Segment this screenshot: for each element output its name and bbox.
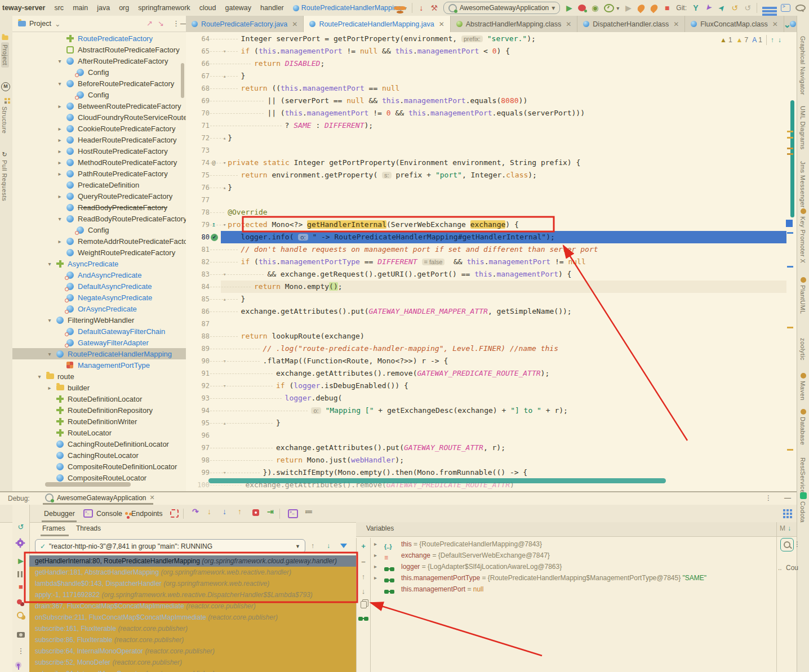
stop-button[interactable]: ■: [663, 4, 671, 12]
stripe-label-plantuml[interactable]: PlantUML: [799, 285, 806, 314]
tree-item-gatewayfilteradapter[interactable]: GatewayFilterAdapter: [12, 337, 186, 348]
show-execution-point-icon[interactable]: [170, 509, 179, 518]
debug-layout-settings-icon[interactable]: ≔: [305, 507, 313, 516]
stripe-label-uml-diagrams[interactable]: UML Diagrams: [799, 106, 806, 150]
line-number[interactable]: 67: [188, 70, 210, 82]
tree-item-managementporttype[interactable]: ManagementPortType: [12, 359, 186, 371]
tree-item-routepredicatefactory[interactable]: RoutePredicateFactory: [12, 33, 186, 44]
stack-frame-row[interactable]: drain:367, FluxConcatMap$ConcatMapImmedi…: [29, 600, 356, 612]
tree-item-readbodypredicatefactory[interactable]: ReadBodyPredicateFactory: [12, 202, 186, 213]
run-to-cursor-icon[interactable]: ⇥: [267, 507, 274, 516]
code-line-91[interactable]: 91exchange.getAttributes().remove(GATEWA…: [186, 367, 797, 380]
breadcrumb-item[interactable]: gateway: [225, 4, 252, 12]
line-number[interactable]: 92: [188, 380, 210, 392]
expand-arrow-icon[interactable]: ▸: [374, 561, 377, 572]
tab-threads[interactable]: Threads: [76, 524, 101, 532]
code-line-90[interactable]: 90▾.flatMap((Function<Route, Mono<?>>) r…: [186, 355, 797, 367]
editor-tab[interactable]: DispatcherHandler.class✕: [577, 16, 685, 32]
stripe-label-jms-messenger[interactable]: Jms Messenger: [799, 161, 806, 208]
stripe-label-codota[interactable]: Codota: [799, 501, 806, 523]
breadcrumb-item[interactable]: cloud: [199, 4, 216, 12]
tree-item-pathroutepredicatefactory[interactable]: ▸PathRoutePredicateFactory: [12, 168, 186, 179]
sidebar-stripe-m-badge[interactable]: M: [1, 82, 10, 91]
stack-frame-row[interactable]: lambda$handle$0:143, DispatcherHandler (…: [29, 578, 356, 589]
code-line-98[interactable]: 98return Mono.just(webHandler);: [186, 454, 797, 466]
hotswap-run-icon[interactable]: [636, 3, 646, 13]
breadcrumb-item[interactable]: RoutePredicateHandlerMapping: [293, 4, 402, 12]
code-line-76[interactable]: 76▴}: [186, 181, 797, 194]
run-button[interactable]: ▶: [565, 4, 573, 12]
variable-row[interactable]: ▸≡exchange = {DefaultServerWebExchange@7…: [370, 550, 764, 561]
code-line-70[interactable]: 70|| (this.managementPort != 0 && this.m…: [186, 107, 797, 119]
line-number[interactable]: 93: [188, 392, 210, 404]
git-push-icon[interactable]: ➤: [716, 2, 727, 14]
code-line-96[interactable]: 96: [186, 429, 797, 442]
editor-tab[interactable]: AbstractHandlerMapping.class✕: [451, 16, 578, 32]
line-number[interactable]: 80: [188, 231, 210, 243]
stack-frame-row[interactable]: subscribe:64, InternalMonoOperator (reac…: [29, 668, 356, 672]
code-line-80[interactable]: 80✓logger.info( o: " -> RoutePredicateHa…: [186, 231, 797, 243]
variable-row[interactable]: ▸{..}this = {RoutePredicateHandlerMappin…: [370, 539, 764, 550]
rerun-button[interactable]: ↺: [12, 523, 29, 531]
line-number[interactable]: 98: [188, 454, 210, 466]
code-line-86[interactable]: 86exchange.getAttributes().put(GATEWAY_H…: [186, 305, 797, 318]
line-number[interactable]: 75: [188, 169, 210, 181]
copy-icon[interactable]: [361, 601, 367, 608]
tree-item-predicatedefinition[interactable]: PredicateDefinition: [12, 179, 186, 190]
layout-grid-icon[interactable]: [762, 7, 770, 9]
tree-item-abstractroutepredicatefactory[interactable]: AbstractRoutePredicateFactory: [12, 44, 186, 55]
tree-expand-arrow[interactable]: ▸: [56, 193, 63, 199]
stack-frame-row[interactable]: subscribe:161, FluxIterable (reactor.cor…: [29, 623, 356, 634]
tree-item-routepredicatehandlermapping[interactable]: ▾RoutePredicateHandlerMapping: [12, 348, 186, 359]
download-icon[interactable]: ↓: [417, 4, 425, 12]
tree-item-cookieroutepredicatefactory[interactable]: ▸CookieRoutePredicateFactory: [12, 123, 186, 134]
tree-expand-arrow[interactable]: ▸: [56, 126, 63, 132]
line-number[interactable]: 66: [188, 57, 210, 70]
code-line-78[interactable]: 78@Override: [186, 206, 797, 219]
close-tab-icon[interactable]: ✕: [292, 20, 297, 28]
line-number[interactable]: 94: [188, 404, 210, 417]
coverage-button[interactable]: ◉: [591, 4, 599, 12]
stack-frame-row[interactable]: subscribe:86, FluxIterable (reactor.core…: [29, 634, 356, 646]
line-number[interactable]: 76: [188, 181, 210, 194]
expand-arrow-icon[interactable]: ▸: [374, 550, 377, 561]
code-line-93[interactable]: 93logger.debug(: [186, 392, 797, 404]
breadcrumb-item[interactable]: main: [73, 4, 88, 12]
stack-frame-row[interactable]: getHandlerInternal:80, RoutePredicateHan…: [29, 555, 356, 567]
profiler-button[interactable]: [604, 4, 614, 12]
step-into-icon[interactable]: ↓: [207, 507, 211, 516]
code-line-65[interactable]: 65▾if (this.managementPort != null && th…: [186, 45, 797, 57]
close-tab-icon[interactable]: ✕: [566, 20, 571, 28]
navigate-up-icon[interactable]: ↑: [771, 36, 774, 44]
code-line-64[interactable]: 64Integer serverPort = getPortProperty(e…: [186, 33, 797, 45]
hide-tabs-icon[interactable]: ⌄: [784, 19, 791, 30]
line-number[interactable]: 96: [188, 429, 210, 442]
debug-button[interactable]: [578, 5, 586, 11]
sidebar-stripe-structure[interactable]: Structure: [1, 98, 8, 133]
tree-vertical-scrollbar[interactable]: [181, 63, 184, 98]
line-number[interactable]: 78: [188, 206, 210, 219]
sidebar-stripe-project[interactable]: Project: [1, 35, 9, 68]
tree-item-betweenroutepredicatefactory[interactable]: ▸BetweenRoutePredicateFactory: [12, 100, 186, 112]
line-number[interactable]: 100: [188, 479, 210, 491]
code-line-79[interactable]: 79↥▾protected Mono<?> getHandlerInternal…: [186, 219, 797, 231]
code-line-83[interactable]: 83▾&& exchange.getRequest().getURI().get…: [186, 268, 797, 281]
tree-item-route[interactable]: ▾route: [12, 371, 186, 382]
thread-dump-icon[interactable]: [17, 632, 25, 638]
breadcrumb-item[interactable]: handler: [260, 4, 284, 12]
remove-watch-icon[interactable]: −: [357, 558, 370, 566]
line-number[interactable]: 90: [188, 355, 210, 367]
evaluate-expression-icon[interactable]: [288, 509, 298, 518]
mute-breakpoints-icon[interactable]: [17, 612, 24, 618]
code-line-84[interactable]: 84return Mono.empty();: [186, 281, 797, 293]
code-line-67[interactable]: 67▴}: [186, 70, 797, 82]
code-line-68[interactable]: 68return ((this.managementPort == null: [186, 82, 797, 95]
tab-frames[interactable]: Frames: [42, 524, 65, 532]
tree-item-andasyncpredicate[interactable]: AndAsyncPredicate: [12, 269, 186, 281]
tree-item-routedefinitionlocator[interactable]: RouteDefinitionLocator: [12, 393, 186, 404]
view-breakpoints-icon[interactable]: [17, 599, 22, 604]
code-line-92[interactable]: 92▾if (logger.isDebugEnabled()) {: [186, 380, 797, 392]
move-watch-down-icon[interactable]: ↓: [357, 587, 370, 595]
close-session-icon[interactable]: ✕: [150, 494, 155, 501]
line-number[interactable]: 65: [188, 45, 210, 57]
